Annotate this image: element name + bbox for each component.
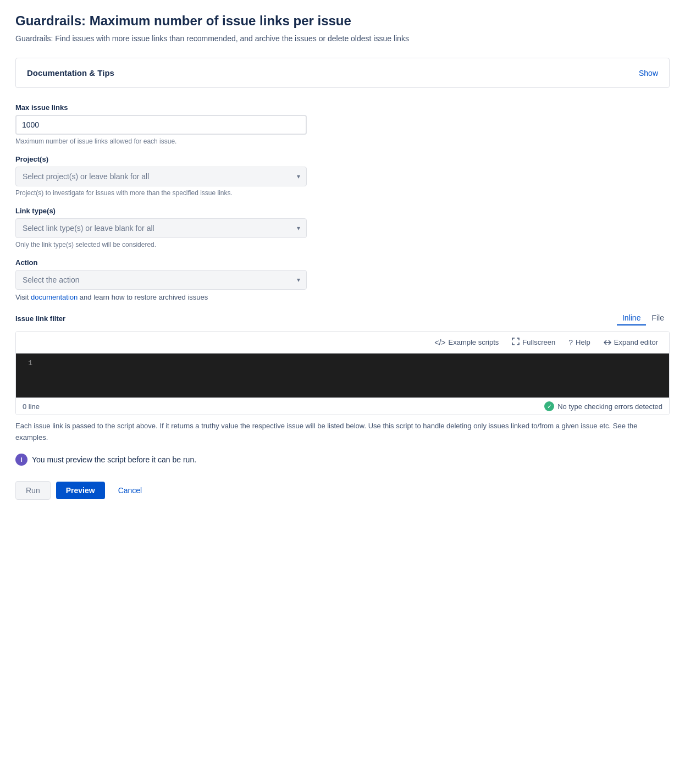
- link-types-select-wrapper: Select link type(s) or leave blank for a…: [15, 218, 307, 238]
- fullscreen-icon: [512, 338, 520, 347]
- docs-tips-box: Documentation & Tips Show: [15, 58, 670, 88]
- action-label: Action: [15, 258, 670, 267]
- projects-select-wrapper: Select project(s) or leave blank for all…: [15, 167, 307, 186]
- action-select-wrapper: Select the action ▾: [15, 270, 307, 290]
- line-count: 0 line: [23, 402, 40, 411]
- fullscreen-button[interactable]: Fullscreen: [506, 335, 561, 350]
- expand-editor-label: Expand editor: [614, 338, 658, 346]
- help-label: Help: [576, 338, 590, 346]
- link-types-select[interactable]: Select link type(s) or leave blank for a…: [15, 218, 307, 238]
- action-hint: Visit documentation and learn how to res…: [15, 293, 670, 301]
- run-button[interactable]: Run: [15, 481, 51, 500]
- editor-status-bar: 0 line ✓ No type checking errors detecte…: [16, 397, 669, 415]
- help-icon: ?: [568, 338, 573, 347]
- link-types-label: Link type(s): [15, 207, 670, 215]
- fullscreen-label: Fullscreen: [522, 338, 555, 346]
- help-button[interactable]: ? Help: [563, 335, 596, 350]
- projects-label: Project(s): [15, 155, 670, 163]
- max-issue-links-field: Max issue links Maximum number of issue …: [15, 103, 670, 145]
- issue-link-filter-header: Issue link filter Inline File: [15, 311, 670, 325]
- editor-container: </> Example scripts Fullscreen ? Help Ex…: [15, 331, 670, 415]
- info-notice: i You must preview the script before it …: [15, 454, 670, 466]
- max-issue-links-input[interactable]: [15, 115, 307, 135]
- action-hint-pre: Visit: [15, 293, 29, 301]
- action-select[interactable]: Select the action: [15, 270, 307, 290]
- projects-hint: Project(s) to investigate for issues wit…: [15, 189, 670, 197]
- link-types-hint: Only the link type(s) selected will be c…: [15, 241, 670, 249]
- page-subtitle: Guardrails: Find issues with more issue …: [15, 33, 670, 45]
- no-errors-label: No type checking errors detected: [557, 402, 662, 411]
- docs-show-link[interactable]: Show: [639, 69, 658, 78]
- max-issue-links-label: Max issue links: [15, 103, 670, 112]
- inline-file-tabs: Inline File: [617, 311, 670, 325]
- line-number-1: 1: [21, 359, 32, 367]
- check-icon: ✓: [544, 401, 554, 411]
- action-docs-link[interactable]: documentation: [31, 293, 78, 301]
- no-errors-indicator: ✓ No type checking errors detected: [544, 401, 662, 411]
- expand-icon: [604, 338, 611, 347]
- projects-field: Project(s) Select project(s) or leave bl…: [15, 155, 670, 197]
- tab-file[interactable]: File: [646, 311, 670, 325]
- max-issue-links-hint: Maximum number of issue links allowed fo…: [15, 137, 670, 145]
- code-editor-area[interactable]: 1: [16, 354, 669, 397]
- action-hint-post: and learn how to restore archived issues: [80, 293, 208, 301]
- code-content[interactable]: [38, 359, 669, 392]
- action-buttons: Run Preview Cancel: [15, 481, 670, 500]
- info-icon: i: [15, 454, 27, 466]
- code-icon: </>: [434, 338, 445, 347]
- issue-link-filter-label: Issue link filter: [15, 314, 65, 323]
- link-types-field: Link type(s) Select link type(s) or leav…: [15, 207, 670, 249]
- preview-button[interactable]: Preview: [56, 482, 105, 499]
- example-scripts-button[interactable]: </> Example scripts: [429, 335, 504, 350]
- projects-select[interactable]: Select project(s) or leave blank for all: [15, 167, 307, 186]
- page-title: Guardrails: Maximum number of issue link…: [15, 13, 670, 29]
- filter-hint: Each issue link is passed to the script …: [15, 421, 670, 444]
- info-notice-text: You must preview the script before it ca…: [32, 455, 196, 464]
- expand-editor-button[interactable]: Expand editor: [598, 335, 664, 350]
- action-field: Action Select the action ▾ Visit documen…: [15, 258, 670, 301]
- docs-tips-title: Documentation & Tips: [27, 68, 114, 78]
- line-numbers: 1: [16, 359, 38, 392]
- cancel-button[interactable]: Cancel: [111, 482, 150, 499]
- tab-inline[interactable]: Inline: [617, 311, 646, 325]
- example-scripts-label: Example scripts: [449, 338, 499, 346]
- editor-toolbar: </> Example scripts Fullscreen ? Help Ex…: [16, 332, 669, 354]
